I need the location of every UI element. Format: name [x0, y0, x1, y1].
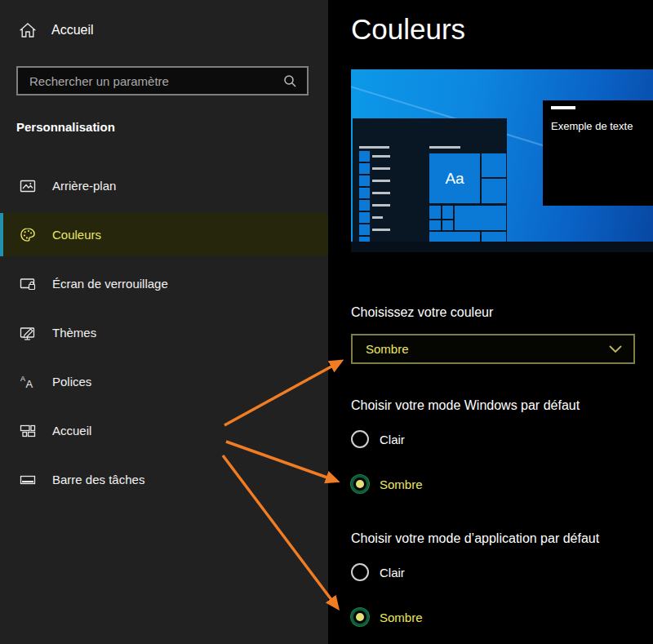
radio-label: Clair [380, 566, 405, 580]
lock-screen-icon [20, 276, 36, 292]
sidebar-item-couleurs[interactable]: Couleurs [0, 213, 328, 256]
sidebar-item-label: Couleurs [52, 228, 101, 242]
svg-text:A: A [26, 378, 33, 390]
sidebar-item-barre-des-taches[interactable]: Barre des tâches [0, 458, 328, 501]
radio-selected-icon[interactable] [351, 475, 369, 493]
svg-text:A: A [20, 375, 25, 383]
theme-preview: Aa Exemple de texte [351, 69, 653, 252]
sidebar-item-ecran-de-verrouillage[interactable]: Écran de verrouillage [0, 262, 328, 305]
sidebar-section-title: Personnalisation [16, 120, 115, 134]
palette-icon [20, 227, 36, 243]
preview-sample-text: Exemple de texte [551, 120, 633, 132]
preview-start-menu: Aa [353, 118, 507, 242]
radio-selected-icon[interactable] [351, 608, 369, 626]
search-icon[interactable] [283, 74, 307, 88]
fonts-icon: AA [20, 374, 36, 390]
home-icon [20, 22, 36, 38]
sidebar-item-polices[interactable]: AA Polices [0, 360, 328, 403]
sidebar-item-label: Thèmes [52, 326, 96, 340]
sidebar-item-label: Écran de verrouillage [52, 277, 168, 291]
windows-mode-radio-sombre[interactable]: Sombre [351, 475, 423, 493]
preview-sample-window: Exemple de texte [543, 100, 653, 206]
sidebar-item-label: Arrière-plan [52, 179, 116, 193]
settings-sidebar: Accueil Personnalisation Arrière-plan Co… [0, 0, 328, 644]
sidebar-item-themes[interactable]: Thèmes [0, 311, 328, 354]
radio-label: Sombre [380, 477, 423, 491]
background-image-icon [20, 178, 36, 194]
sidebar-home-label: Accueil [51, 23, 94, 38]
radio-unselected-icon[interactable] [351, 563, 369, 581]
app-mode-label: Choisir votre mode d’application par déf… [351, 531, 599, 546]
themes-icon [20, 325, 36, 341]
sidebar-home-button[interactable]: Accueil [20, 22, 94, 38]
choose-color-label: Choisissez votre couleur [351, 305, 493, 320]
preview-aa-label: Aa [445, 170, 464, 188]
chevron-down-icon [609, 345, 622, 353]
page-title: Couleurs [351, 13, 465, 46]
start-tiles-icon [20, 423, 36, 439]
radio-label: Clair [380, 433, 405, 446]
search-input[interactable] [18, 74, 283, 88]
preview-window-titlebar [551, 106, 575, 109]
color-mode-dropdown-value: Sombre [366, 342, 609, 356]
radio-unselected-icon[interactable] [351, 430, 369, 448]
preview-taskbar [351, 242, 653, 252]
search-box [16, 66, 309, 95]
taskbar-icon [20, 472, 36, 488]
sidebar-item-label: Barre des tâches [52, 473, 144, 486]
app-mode-radio-clair[interactable]: Clair [351, 563, 405, 581]
radio-label: Sombre [380, 611, 423, 624]
windows-mode-radio-clair[interactable]: Clair [351, 430, 405, 448]
app-mode-radio-sombre[interactable]: Sombre [351, 608, 423, 626]
colors-settings-pane: Couleurs Aa [328, 0, 653, 644]
sidebar-item-accueil-start[interactable]: Accueil [0, 409, 328, 452]
sidebar-nav: Arrière-plan Couleurs Écran de verrouill… [0, 164, 328, 507]
windows-mode-label: Choisir votre mode Windows par défaut [351, 398, 580, 413]
sidebar-item-label: Polices [52, 375, 91, 389]
preview-aa-tile: Aa [429, 153, 480, 203]
color-mode-dropdown[interactable]: Sombre [351, 334, 635, 364]
sidebar-item-label: Accueil [52, 424, 91, 437]
sidebar-item-arriere-plan[interactable]: Arrière-plan [0, 164, 328, 207]
